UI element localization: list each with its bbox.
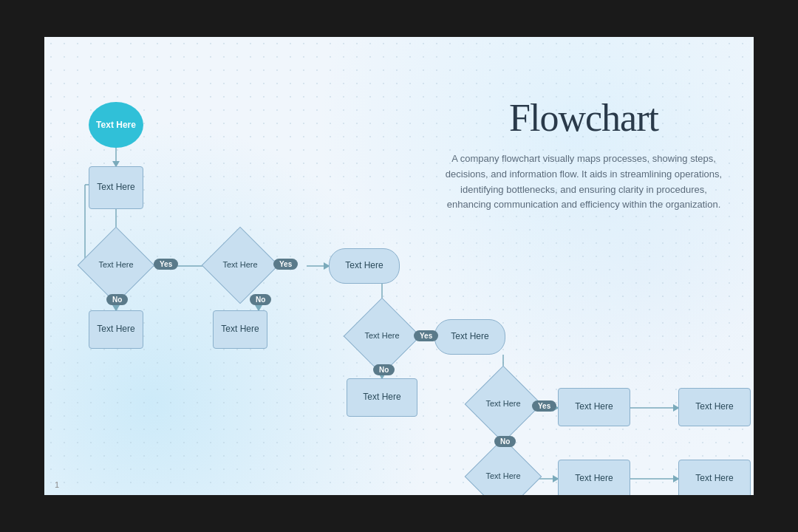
badge-d1-no: No xyxy=(106,294,128,305)
node-d4: Text Here xyxy=(476,377,531,432)
badge-d2-no: No xyxy=(250,294,271,305)
page-number: 1 xyxy=(55,480,59,489)
badge-d4-no: No xyxy=(494,436,516,447)
node-n7: Text Here xyxy=(558,388,630,426)
node-d3: Text Here xyxy=(355,309,409,364)
badge-d1-yes: Yes xyxy=(154,259,178,270)
badge-d3-yes: Yes xyxy=(414,330,438,341)
node-n9: Text Here xyxy=(558,460,630,495)
node-n4: Text Here xyxy=(329,248,400,284)
badge-d3-no: No xyxy=(373,364,395,375)
title-section: Flowchart A company flowchart visually m… xyxy=(443,96,724,213)
node-n1: Text Here xyxy=(89,166,143,209)
badge-d4-yes: Yes xyxy=(532,400,556,412)
node-n6: Text Here xyxy=(347,378,417,417)
node-n2: Text Here xyxy=(89,310,143,349)
node-d2: Text Here xyxy=(213,238,267,293)
page-description: A company flowchart visually maps proces… xyxy=(443,151,724,213)
node-d5: Text Here xyxy=(476,449,531,495)
node-d1: Text Here xyxy=(89,238,143,293)
badge-d2-yes: Yes xyxy=(273,259,298,270)
page-title: Flowchart xyxy=(443,96,724,140)
node-n10: Text Here xyxy=(678,460,751,495)
node-n3: Text Here xyxy=(213,310,267,349)
node-start: Text Here xyxy=(89,102,143,148)
node-n8: Text Here xyxy=(678,388,751,426)
node-n5: Text Here xyxy=(434,319,505,355)
